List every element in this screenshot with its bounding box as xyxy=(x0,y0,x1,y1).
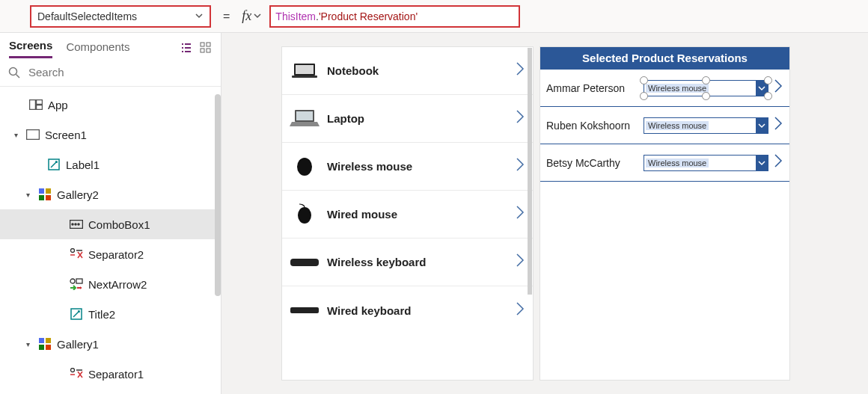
formula-bar: DefaultSelectedItems = fx ThisItem.'Prod… xyxy=(0,0,868,33)
tree-node-combobox1[interactable]: ComboBox1 xyxy=(0,209,221,239)
app-icon xyxy=(28,99,43,110)
reservation-person: Ammar Peterson xyxy=(546,82,644,94)
combobox-value: Wireless mouse xyxy=(646,158,709,167)
tree-node-label1[interactable]: Label1 xyxy=(0,150,221,179)
svg-rect-7 xyxy=(37,100,43,105)
svg-rect-8 xyxy=(37,105,43,110)
tree-view-panel: Screens Components App xyxy=(0,33,221,394)
chevron-right-icon[interactable] xyxy=(515,156,525,176)
svg-rect-1 xyxy=(207,43,210,46)
tree-list-icon[interactable] xyxy=(180,42,192,56)
tree-tabs: Screens Components xyxy=(0,33,221,58)
chevron-down-icon[interactable] xyxy=(756,156,768,170)
formula-token-thisitem: ThisItem xyxy=(275,10,316,22)
svg-line-5 xyxy=(16,74,20,78)
product-item[interactable]: Wired keyboard xyxy=(282,286,533,334)
product-name: Laptop xyxy=(327,112,515,125)
separator-icon xyxy=(69,368,84,380)
product-thumb-notebook xyxy=(290,60,320,82)
chevron-right-icon[interactable] xyxy=(515,252,525,272)
svg-rect-3 xyxy=(207,49,210,52)
tab-components[interactable]: Components xyxy=(66,40,129,58)
property-dropdown[interactable]: DefaultSelectedItems xyxy=(30,5,211,28)
reservation-combobox[interactable]: Wireless mouse xyxy=(644,155,768,171)
tree-label: Separator2 xyxy=(88,248,144,261)
tree-node-title2[interactable]: Title2 xyxy=(0,299,221,329)
reservation-item[interactable]: Ammar Peterson Wireless mouse xyxy=(540,70,789,107)
product-name: Wired mouse xyxy=(327,208,515,221)
gallery-icon xyxy=(37,188,52,200)
search-icon xyxy=(7,66,21,79)
label-icon xyxy=(46,158,61,170)
app-canvas[interactable]: Notebook Laptop xyxy=(281,46,790,381)
selection-handle[interactable] xyxy=(640,92,648,100)
scrollbar[interactable] xyxy=(215,94,221,296)
tree-node-app[interactable]: App xyxy=(0,90,221,120)
product-item[interactable]: Laptop xyxy=(282,95,533,143)
property-dropdown-value: DefaultSelectedItems xyxy=(37,10,137,22)
product-item[interactable]: Wireless keyboard xyxy=(282,238,533,286)
selection-handle[interactable] xyxy=(702,92,710,100)
chevron-right-icon[interactable] xyxy=(773,153,783,173)
svg-rect-21 xyxy=(76,279,82,283)
chevron-right-icon[interactable] xyxy=(515,108,525,129)
svg-rect-24 xyxy=(39,338,44,343)
tree-label: Screen1 xyxy=(45,129,87,141)
tree-label: NextArrow2 xyxy=(88,278,147,291)
product-item[interactable]: Wireless mouse xyxy=(282,143,533,191)
search-row xyxy=(0,58,221,87)
tab-screens[interactable]: Screens xyxy=(9,39,52,58)
reservation-item[interactable]: Betsy McCarthy Wireless mouse xyxy=(540,144,789,182)
chevron-right-icon[interactable] xyxy=(515,61,525,81)
combobox-icon xyxy=(69,220,84,229)
tree-label: Label1 xyxy=(66,158,100,171)
tree-label: Separator1 xyxy=(88,368,144,381)
product-item[interactable]: Wired mouse xyxy=(282,191,533,238)
label-icon xyxy=(69,308,84,320)
svg-rect-37 xyxy=(290,307,319,313)
chevron-right-icon[interactable] xyxy=(773,115,783,135)
svg-point-4 xyxy=(10,67,17,75)
svg-rect-27 xyxy=(46,345,51,350)
formula-input[interactable]: ThisItem.'Product Reservation' xyxy=(269,5,520,28)
tree-node-separator1[interactable]: Separator1 xyxy=(0,359,221,389)
chevron-right-icon[interactable] xyxy=(515,301,525,321)
tree-node-gallery2[interactable]: ▾ Gallery2 xyxy=(0,179,221,209)
canvas-area: Notebook Laptop xyxy=(221,33,868,394)
tree-node-screen1[interactable]: ▾ Screen1 xyxy=(0,120,221,150)
selection-handle[interactable] xyxy=(702,76,710,84)
tree-view: App ▾ Screen1 Label1 ▾ xyxy=(0,87,221,394)
chevron-down-icon[interactable] xyxy=(253,10,262,22)
product-item[interactable]: Notebook xyxy=(282,47,533,95)
tree-node-separator2[interactable]: Separator2 xyxy=(0,239,221,269)
reservation-item[interactable]: Ruben Kokshoorn Wireless mouse xyxy=(540,107,789,144)
equals-sign: = xyxy=(223,10,230,23)
product-thumb-wired-mouse xyxy=(290,203,320,226)
selection-handle[interactable] xyxy=(640,76,648,84)
reservation-combobox-selected[interactable]: Wireless mouse xyxy=(644,80,768,96)
reservations-gallery[interactable]: Selected Product Reservations Ammar Pete… xyxy=(540,46,790,381)
selection-handle[interactable] xyxy=(764,76,772,84)
selection-handle[interactable] xyxy=(764,92,772,100)
svg-point-17 xyxy=(75,224,76,225)
search-input[interactable] xyxy=(25,63,213,81)
chevron-down-icon[interactable] xyxy=(756,118,768,133)
tree-node-gallery1[interactable]: ▾ Gallery1 xyxy=(0,329,221,359)
products-gallery[interactable]: Notebook Laptop xyxy=(281,46,534,381)
combobox-value: Wireless mouse xyxy=(646,84,709,93)
scrollbar[interactable] xyxy=(528,48,532,295)
svg-rect-30 xyxy=(296,65,314,74)
fx-icon[interactable]: fx xyxy=(242,8,251,24)
tree-grid-icon[interactable] xyxy=(200,42,212,56)
svg-rect-12 xyxy=(46,188,51,194)
main-split: Screens Components App xyxy=(0,33,868,394)
svg-point-35 xyxy=(298,207,311,224)
chevron-right-icon[interactable] xyxy=(773,78,783,98)
nextarrow-icon xyxy=(69,278,84,290)
tree-node-nextarrow2[interactable]: NextArrow2 xyxy=(0,269,221,299)
svg-point-18 xyxy=(78,224,79,225)
reservation-combobox[interactable]: Wireless mouse xyxy=(644,117,768,134)
screen-icon xyxy=(25,129,40,140)
svg-point-19 xyxy=(71,249,75,253)
chevron-right-icon[interactable] xyxy=(515,204,525,224)
